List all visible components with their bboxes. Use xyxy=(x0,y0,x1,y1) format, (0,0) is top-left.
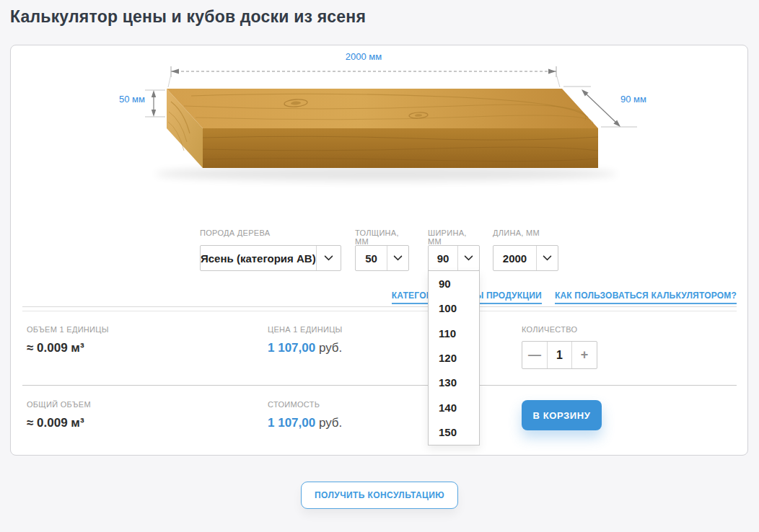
separator-line xyxy=(22,311,737,311)
quantity-decrease-button[interactable]: — xyxy=(522,342,547,368)
width-select-value: 90 xyxy=(429,246,457,270)
width-select[interactable]: 90 xyxy=(428,245,480,271)
page-title: Калькулятор цены и кубов доски из ясеня xyxy=(10,7,366,27)
width-option-130[interactable]: 130 xyxy=(429,371,479,395)
thickness-label: ТОЛЩИНА, ММ xyxy=(355,229,409,239)
unit-price-block: ЦЕНА 1 ЕДИНИЦЫ 1 107,00 руб. xyxy=(268,325,522,369)
thickness-select-value: 50 xyxy=(356,246,387,270)
chevron-down-icon xyxy=(387,246,408,270)
width-option-90[interactable]: 90 xyxy=(429,271,479,296)
species-select[interactable]: Ясень (категория АВ) xyxy=(200,245,341,271)
length-select-value: 2000 xyxy=(493,246,536,270)
dimension-form: ПОРОДА ДЕРЕВА Ясень (категория АВ) ТОЛЩИ… xyxy=(11,229,747,271)
quantity-increase-button[interactable]: + xyxy=(572,342,597,368)
width-option-120[interactable]: 120 xyxy=(429,345,479,370)
unit-price-currency: руб. xyxy=(315,341,342,355)
board-image xyxy=(11,45,749,226)
chevron-down-icon xyxy=(316,246,341,270)
species-field: ПОРОДА ДЕРЕВА Ясень (категория АВ) xyxy=(200,229,341,271)
unit-volume-block: ОБЪЕМ 1 ЕДИНИЦЫ ≈ 0.009 м³ xyxy=(27,325,268,369)
unit-volume-value: ≈ 0.009 м³ xyxy=(27,341,268,355)
width-option-100[interactable]: 100 xyxy=(429,296,479,320)
width-options-dropdown: 90 100 110 120 130 140 150 xyxy=(428,270,480,445)
species-label: ПОРОДА ДЕРЕВА xyxy=(200,229,341,239)
chevron-down-icon xyxy=(458,246,479,270)
width-dimension-label: 90 мм xyxy=(620,94,646,105)
separator-line xyxy=(22,306,737,307)
total-volume-label: ОБЩИЙ ОБЪЕМ xyxy=(27,400,268,409)
unit-price-value: 1 107,00 xyxy=(268,341,315,355)
width-option-150[interactable]: 150 xyxy=(429,420,479,445)
total-volume-block: ОБЩИЙ ОБЪЕМ ≈ 0.009 м³ xyxy=(27,400,268,430)
width-field: ШИРИНА, ММ 90 90 100 110 120 130 140 150 xyxy=(428,229,480,271)
length-select[interactable]: 2000 xyxy=(493,245,558,271)
calculator-card: 2000 мм 50 мм 90 мм ПОРОДА ДЕРЕВА Ясень … xyxy=(10,45,748,456)
width-label: ШИРИНА, ММ xyxy=(428,229,480,239)
total-price-block: СТОИМОСТЬ 1 107,00 руб. xyxy=(268,400,522,430)
width-option-110[interactable]: 110 xyxy=(429,321,479,345)
total-volume-value: ≈ 0.009 м³ xyxy=(27,416,268,430)
unit-volume-label: ОБЪЕМ 1 ЕДИНИЦЫ xyxy=(27,325,268,334)
quantity-block: КОЛИЧЕСТВО — 1 + xyxy=(522,325,737,369)
length-field: ДЛИНА, ММ 2000 xyxy=(493,229,558,271)
get-consultation-button[interactable]: ПОЛУЧИТЬ КОНСУЛЬТАЦИЮ xyxy=(301,482,458,509)
cart-block: В КОРЗИНУ xyxy=(522,400,737,430)
quantity-stepper: — 1 + xyxy=(522,341,597,369)
species-select-value: Ясень (категория АВ) xyxy=(201,246,316,270)
total-results-row: ОБЩИЙ ОБЪЕМ ≈ 0.009 м³ СТОИМОСТЬ 1 107,0… xyxy=(27,400,737,430)
total-price-value: 1 107,00 xyxy=(268,416,315,430)
board-illustration: 2000 мм 50 мм 90 мм xyxy=(11,45,749,226)
separator-line xyxy=(22,385,737,386)
quantity-value: 1 xyxy=(548,342,571,368)
add-to-cart-button[interactable]: В КОРЗИНУ xyxy=(522,400,602,430)
total-price-label: СТОИМОСТЬ xyxy=(268,400,522,409)
total-price-currency: руб. xyxy=(315,416,342,430)
thickness-field: ТОЛЩИНА, ММ 50 xyxy=(355,229,409,271)
thickness-dimension-label: 50 мм xyxy=(115,94,145,105)
chevron-down-icon xyxy=(537,246,558,270)
length-dimension-label: 2000 мм xyxy=(346,51,382,62)
width-option-140[interactable]: 140 xyxy=(429,395,479,420)
unit-price-label: ЦЕНА 1 ЕДИНИЦЫ xyxy=(268,325,522,334)
unit-results-row: ОБЪЕМ 1 ЕДИНИЦЫ ≈ 0.009 м³ ЦЕНА 1 ЕДИНИЦ… xyxy=(27,325,737,369)
thickness-select[interactable]: 50 xyxy=(355,245,409,271)
tab-how-to-use-calculator[interactable]: КАК ПОЛЬЗОВАТЬСЯ КАЛЬКУЛЯТОРОМ? xyxy=(555,291,737,304)
length-label: ДЛИНА, ММ xyxy=(493,229,558,239)
quantity-label: КОЛИЧЕСТВО xyxy=(522,325,737,334)
